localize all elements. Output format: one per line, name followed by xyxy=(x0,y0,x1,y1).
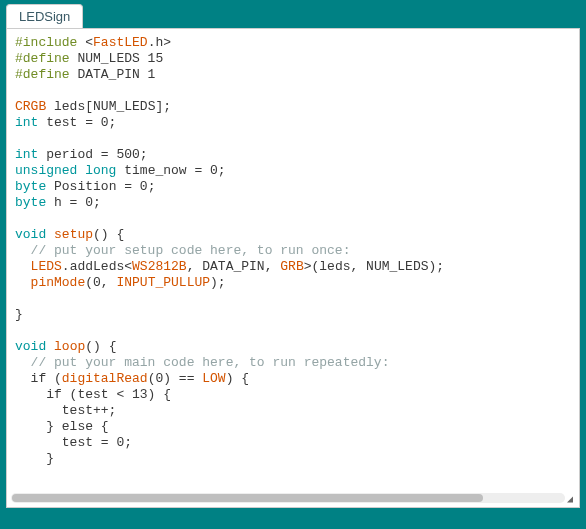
code-token: #define xyxy=(15,51,70,66)
code-token: () { xyxy=(85,339,116,354)
code-token: INPUT_PULLUP xyxy=(116,275,210,290)
code-token: FastLED xyxy=(93,35,148,50)
code-token: ) { xyxy=(226,371,249,386)
code-token: LEDS xyxy=(31,259,62,274)
code-token: Position = 0; xyxy=(46,179,155,194)
code-token: ); xyxy=(210,275,226,290)
code-token: void xyxy=(15,227,46,242)
code-editor[interactable]: #include <FastLED.h> #define NUM_LEDS 15… xyxy=(7,29,579,493)
code-comment: // put your main code here, to run repea… xyxy=(15,355,389,370)
code-token: (0) == xyxy=(148,371,203,386)
code-token: if ( xyxy=(15,371,62,386)
editor-container: #include <FastLED.h> #define NUM_LEDS 15… xyxy=(6,28,580,508)
tab-bar: LEDSign xyxy=(0,0,586,28)
code-token: CRGB xyxy=(15,99,46,114)
code-token: } else { xyxy=(15,419,109,434)
code-token: >(leds, NUM_LEDS); xyxy=(304,259,444,274)
code-token: loop xyxy=(54,339,85,354)
code-token: test = 0; xyxy=(38,115,116,130)
resize-grip-icon[interactable]: ◢ xyxy=(567,495,577,505)
code-token: if (test < 13) { xyxy=(15,387,171,402)
code-token: period = 500; xyxy=(38,147,147,162)
code-token: test = 0; xyxy=(15,435,132,450)
code-token: DATA_PIN 1 xyxy=(70,67,156,82)
code-token: digitalRead xyxy=(62,371,148,386)
code-token: setup xyxy=(54,227,93,242)
code-token: int xyxy=(15,147,38,162)
code-token: .addLeds< xyxy=(62,259,132,274)
code-token: < xyxy=(85,35,93,50)
code-token: byte xyxy=(15,195,46,210)
code-token xyxy=(15,259,31,274)
code-token: unsigned long xyxy=(15,163,116,178)
code-token: #define xyxy=(15,67,70,82)
code-token: } xyxy=(15,451,54,466)
code-token xyxy=(46,227,54,242)
code-token xyxy=(46,339,54,354)
code-token: void xyxy=(15,339,46,354)
code-token: GRB xyxy=(280,259,303,274)
code-token: #include xyxy=(15,35,77,50)
code-token: test++; xyxy=(15,403,116,418)
code-token xyxy=(15,275,31,290)
code-token: h = 0; xyxy=(46,195,101,210)
code-token: leds[NUM_LEDS]; xyxy=(46,99,171,114)
code-token: int xyxy=(15,115,38,130)
code-token: NUM_LEDS 15 xyxy=(70,51,164,66)
code-comment: // put your setup code here, to run once… xyxy=(15,243,350,258)
code-token: byte xyxy=(15,179,46,194)
scrollbar-thumb[interactable] xyxy=(12,494,483,502)
code-token: , DATA_PIN, xyxy=(187,259,281,274)
code-token: time_now = 0; xyxy=(116,163,225,178)
code-token: pinMode xyxy=(31,275,86,290)
status-bar xyxy=(0,508,586,522)
code-token: (0, xyxy=(85,275,116,290)
code-token: () { xyxy=(93,227,124,242)
code-token: WS2812B xyxy=(132,259,187,274)
code-token: .h> xyxy=(148,35,171,50)
tab-ledsign[interactable]: LEDSign xyxy=(6,4,83,28)
horizontal-scrollbar[interactable] xyxy=(11,493,565,503)
code-token: LOW xyxy=(202,371,225,386)
code-token: } xyxy=(15,307,23,322)
